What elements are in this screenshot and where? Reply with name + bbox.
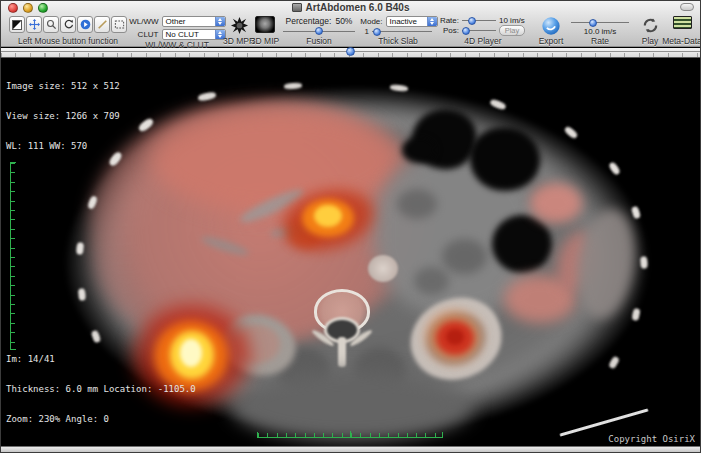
overlay-thickness-location: Thickness: 6.0 mm Location: -1105.0 bbox=[6, 384, 196, 394]
fused-pet-ct-viewport[interactable]: Image size: 512 x 512 View size: 1266 x … bbox=[2, 59, 701, 447]
fusion-slider-thumb[interactable] bbox=[315, 27, 323, 35]
spinous-process bbox=[338, 337, 346, 367]
bowel-gas bbox=[492, 215, 552, 273]
export-label: Export bbox=[539, 36, 564, 46]
clut-label: CLUT bbox=[129, 30, 159, 39]
4d-rate-thumb[interactable] bbox=[468, 17, 476, 25]
rotate-tool-button[interactable] bbox=[60, 16, 76, 33]
window-chrome: ArtAbdomen 6.0 B40s Left Mouse button fu… bbox=[1, 1, 700, 47]
mouse-tools-label: Left Mouse button function bbox=[18, 36, 118, 46]
rib bbox=[608, 356, 620, 370]
mode-select[interactable]: Inactive bbox=[386, 16, 438, 27]
fusion-percentage-label: Percentage: bbox=[286, 16, 332, 26]
slice-slider-strip[interactable] bbox=[1, 48, 700, 58]
rate-value: 10 im/s bbox=[499, 16, 525, 25]
wlww-select[interactable]: Other bbox=[162, 16, 226, 27]
metadata-label: Meta-Data bbox=[662, 36, 701, 46]
window-bottom-edge bbox=[1, 446, 700, 452]
magnifier-icon bbox=[46, 19, 57, 30]
rib bbox=[78, 288, 86, 301]
export-group: Export bbox=[533, 16, 569, 46]
mip-label: 3D MIP bbox=[251, 36, 279, 46]
player4d-label: 4D Player bbox=[464, 36, 501, 46]
rate-group: 10.0 im/s Rate bbox=[569, 16, 631, 46]
move-icon bbox=[29, 19, 40, 30]
player4d-group: Rate: 10 im/s Pos: Play 4D Player bbox=[439, 16, 527, 46]
mouse-tools-group: Left Mouse button function bbox=[9, 16, 127, 46]
bowel-texture bbox=[414, 267, 449, 295]
rate-group-label: Rate bbox=[591, 36, 609, 46]
play-group: Play bbox=[635, 16, 665, 46]
slice-slider-thumb[interactable] bbox=[346, 47, 355, 56]
rib bbox=[640, 256, 648, 268]
line-icon bbox=[97, 19, 108, 30]
3d-mip-icon[interactable] bbox=[255, 16, 275, 33]
overlay-view-size: View size: 1266 x 709 bbox=[6, 111, 120, 121]
pos-label: Pos: bbox=[439, 26, 459, 35]
export-icon[interactable] bbox=[541, 16, 561, 36]
cine-tool-button[interactable] bbox=[77, 16, 93, 33]
stepper-arrows-icon bbox=[427, 17, 437, 26]
horizontal-scale-ruler bbox=[257, 432, 443, 438]
mip-group: 3D MIP bbox=[251, 16, 279, 46]
toolbar: Left Mouse button function WL/WW Other C… bbox=[1, 15, 700, 47]
fusion-group-label: Fusion bbox=[306, 36, 332, 46]
fusion-group: Percentage: 50% Fusion bbox=[281, 16, 357, 46]
zoom-tool-button[interactable] bbox=[43, 16, 59, 33]
bowel-texture bbox=[397, 189, 437, 219]
uptake-region bbox=[530, 183, 582, 223]
rate-slider[interactable] bbox=[571, 18, 629, 27]
wlww-label: WL/WW bbox=[129, 17, 159, 26]
slab-slider[interactable] bbox=[372, 27, 432, 36]
play-loop-icon[interactable] bbox=[641, 16, 660, 35]
contrast-icon bbox=[12, 20, 22, 30]
pan-tool-button[interactable] bbox=[26, 16, 42, 33]
rib bbox=[197, 91, 216, 102]
meta-data-icon[interactable] bbox=[673, 16, 692, 29]
4d-pos-slider[interactable] bbox=[462, 26, 496, 35]
overlay-top-left: Image size: 512 x 512 View size: 1266 x … bbox=[6, 61, 120, 171]
overlay-bottom-left: Im: 14/41 Thickness: 6.0 mm Location: -1… bbox=[6, 334, 196, 444]
rate-label: Rate: bbox=[439, 16, 459, 25]
play-circle-icon bbox=[80, 19, 91, 30]
measure-tool-button[interactable] bbox=[94, 16, 110, 33]
3d-mpr-icon[interactable] bbox=[230, 16, 249, 35]
fusion-slider[interactable] bbox=[283, 27, 355, 36]
4d-rate-slider[interactable] bbox=[462, 16, 496, 25]
pet-hotspot-kidney-core bbox=[446, 329, 464, 345]
play-label: Play bbox=[642, 36, 659, 46]
document-icon bbox=[292, 3, 302, 12]
overlay-zoom-angle: Zoom: 230% Angle: 0 bbox=[6, 414, 196, 424]
metadata-group: Meta-Data bbox=[664, 16, 700, 46]
window-title: ArtAbdomen 6.0 B40s bbox=[1, 2, 700, 13]
mpr-group: 3D MPR bbox=[225, 16, 253, 46]
overlay-image-index: Im: 14/41 bbox=[6, 354, 196, 364]
rib bbox=[631, 308, 640, 321]
mode-label: Mode: bbox=[359, 17, 383, 26]
back-muscle bbox=[232, 371, 472, 441]
rate-slider-value: 10.0 im/s bbox=[584, 27, 616, 36]
osirix-viewer-window: ArtAbdomen 6.0 B40s Left Mouse button fu… bbox=[0, 0, 701, 453]
rate-slider-thumb[interactable] bbox=[589, 19, 597, 27]
slab-slider-thumb[interactable] bbox=[373, 28, 381, 36]
toolbar-toggle-pill[interactable] bbox=[680, 3, 694, 11]
roi-tool-button[interactable] bbox=[111, 16, 127, 33]
thick-slab-label: Thick Slab bbox=[378, 36, 418, 46]
wlww-clut-group: WL/WW Other CLUT No CLUT WL/WW & CLUT bbox=[127, 16, 227, 46]
stomach-gas bbox=[402, 137, 436, 163]
aorta bbox=[368, 255, 398, 282]
thick-slab-group: Mode: Inactive 1 Thick Slab bbox=[359, 16, 437, 46]
overlay-image-size: Image size: 512 x 512 bbox=[6, 81, 120, 91]
fusion-percentage-value: 50% bbox=[335, 16, 352, 26]
overlay-window-level: WL: 111 WW: 570 bbox=[6, 141, 120, 151]
4d-pos-thumb[interactable] bbox=[462, 27, 470, 35]
pet-hotspot-central-yellow bbox=[314, 205, 342, 227]
4d-play-button[interactable]: Play bbox=[499, 25, 525, 36]
bowel-texture bbox=[442, 239, 487, 274]
selection-rect-icon bbox=[114, 19, 125, 30]
title-bar[interactable]: ArtAbdomen 6.0 B40s bbox=[1, 1, 700, 15]
wl-ww-tool-button[interactable] bbox=[9, 16, 25, 33]
clut-select[interactable]: No CLUT bbox=[162, 29, 226, 40]
slab-count: 1 bbox=[359, 27, 369, 36]
overlay-copyright: Copyright OsiriX bbox=[608, 434, 695, 444]
